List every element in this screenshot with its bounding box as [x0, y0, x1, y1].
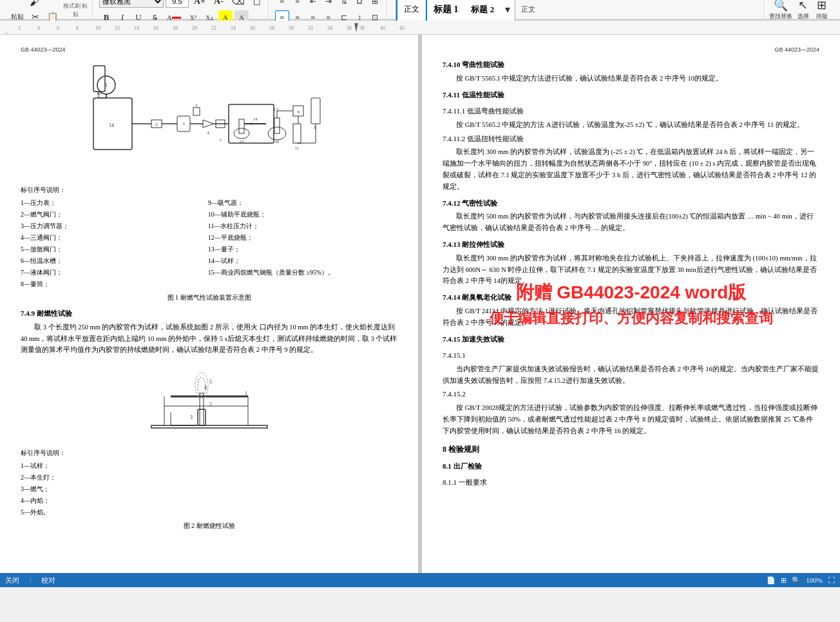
svg-text:26: 26 [250, 25, 255, 31]
legend2: 标引序号说明： 1—试样； 2—本生灯； 3—燃气； 4—内焰； 5—外焰。 [21, 447, 397, 518]
select-icon[interactable]: ↖ [795, 0, 811, 12]
svg-marker-36 [203, 120, 213, 128]
legend1-right-col: 9—吸气器； 10—辅助平底烧瓶； 11—水柱压力计； 12—平底烧瓶； 13—… [208, 197, 389, 290]
legend2-title: 标引序号说明： [21, 447, 397, 459]
sort-btn[interactable]: ⇅ [337, 0, 351, 8]
section-74151-body: 当内胶管生产厂家提供加速失效试验报告时，确认试验结果是否符合表 2 中序号 16… [443, 364, 819, 387]
svg-text:16: 16 [153, 25, 158, 31]
style-normal[interactable]: 正文 [396, 0, 427, 22]
svg-text:10: 10 [95, 25, 100, 31]
table-btn[interactable]: ⊞ [368, 0, 382, 8]
svg-text:14: 14 [253, 117, 258, 122]
find-icon[interactable]: 🔍 [770, 0, 791, 12]
svg-text:4: 4 [204, 385, 207, 391]
font-size-decrease-btn[interactable]: A- [211, 0, 227, 8]
legend1-left-col: 1—压力表； 2—燃气阀门； 3—压力调节器； 4—三通阀门； 5—放散阀门； … [21, 197, 202, 290]
clear-format-btn[interactable]: ⌫ [229, 0, 248, 8]
statusbar-left: 关闭 | 校对 [5, 576, 55, 585]
status-zoom-level: 100% [806, 576, 823, 584]
legend-item: 2—燃气阀门； [21, 209, 202, 220]
layout-icon[interactable]: ⊞ [814, 0, 830, 12]
section-74152-body: 按 GB/T 20028规定的方法进行试验，试验参数为内胶管的拉伸强度、拉断伸长… [443, 402, 819, 437]
format-brush-btn[interactable]: 🖌 [26, 0, 43, 9]
styles-collection-btn[interactable]: 正文 [518, 3, 539, 17]
outdent-btn[interactable]: ⇤ [306, 0, 320, 8]
indent-btn[interactable]: ⇥ [321, 0, 336, 8]
svg-text:24: 24 [231, 25, 236, 31]
svg-text:5: 5 [195, 103, 198, 108]
status-fullscreen-icon[interactable]: ⛶ [828, 576, 835, 584]
section-7412: 7.4.12 气密性试验 取长度约 500 mm 的内胶管作为试样，与内胶管试验… [443, 198, 819, 234]
svg-text:8: 8 [76, 25, 79, 31]
figure1: 14 1 2 3 4 6 [21, 59, 397, 179]
svg-rect-42 [239, 119, 244, 133]
svg-text:12: 12 [115, 25, 120, 31]
list-bullet-btn[interactable]: ≡ [291, 0, 305, 8]
svg-rect-47 [274, 118, 280, 133]
svg-text:10: 10 [274, 139, 280, 144]
right-page-header: GB 44023—2024 [443, 45, 819, 54]
section-7411-title: 7.4.11 低温性能试验 [443, 90, 819, 101]
section-7410: 7.4.10 弯曲性能试验 按 GB/T 5565.1 中规定的方法进行试验，确… [443, 59, 819, 84]
styles-group: 正文 标题 1 标题 2 ▾ 正文 [393, 0, 757, 23]
svg-rect-73 [198, 409, 205, 425]
svg-text:28: 28 [269, 25, 274, 31]
ribbon: 🖌 粘贴 ✂ 📋 格式刷 粘贴 微软雅黑 A+ A- ⌫ ◻ [0, 0, 840, 21]
status-close[interactable]: 关闭 [5, 576, 19, 585]
statusbar: 关闭 | 校对 📄 ⊞ 🔍 100% ⛶ [0, 573, 840, 587]
svg-text:1: 1 [245, 391, 247, 396]
erase-btn[interactable]: ◻ [250, 0, 264, 8]
font-name-select[interactable]: 微软雅黑 [99, 0, 164, 8]
document-area: GB 44023—2024 14 1 2 3 [0, 35, 840, 573]
section-8: 8 检验规则 [443, 443, 819, 456]
svg-text:22: 22 [211, 25, 216, 31]
font-size-increase-btn[interactable]: A+ [191, 0, 209, 8]
right-page: GB 44023—2024 附赠 GB44023-2024 word版 便于编辑… [422, 35, 840, 573]
section-81: 8.1 出厂检验 [443, 461, 819, 472]
section-74111-body: 按 GB/T 5565.2 中规定的方法 A进行试验，试验温度为(-25 ±2)… [443, 119, 819, 131]
figure2-caption: 图 2 耐燃烧性试验 [21, 521, 397, 531]
special-char-btn[interactable]: Ω [352, 0, 367, 8]
section-7414-body: 按 GB/T 24134 中规定的方法 1进行试验，将无内通孔的铝制管塞替代接头… [443, 306, 819, 329]
section-7414-title: 7.4.14 耐臭氧老化试验 [443, 292, 819, 304]
section-749-body: 取 3 个长度约 250 mm 的内胶管作为试样，试验系统如图 2 所示，使用火… [21, 322, 397, 356]
section-7415: 7.4.15 加速失效试验 7.4.15.1 当内胶管生产厂家提供加速失效试验报… [443, 334, 819, 437]
svg-text:14: 14 [109, 122, 114, 128]
svg-text:34: 34 [327, 25, 332, 31]
svg-text:38: 38 [359, 25, 365, 31]
svg-text:4: 4 [207, 130, 209, 135]
style-heading1[interactable]: 标题 1 [427, 0, 465, 22]
legend-item: 2—本生灯； [21, 472, 397, 483]
svg-rect-70 [151, 425, 267, 428]
legend-item: 10—辅助平底烧瓶； [208, 209, 389, 220]
section-74112-body: 取长度约 300 mm 的内胶管作为试样，试验温度为 (-25 ± 2) ℃，在… [443, 146, 819, 192]
legend1: 标引序号说明： 1—压力表； 2—燃气阀门； 3—压力调节器； 4—三通阀门； … [21, 184, 397, 290]
svg-text:6: 6 [57, 25, 59, 31]
legend-item: 5—放散阀门； [21, 244, 202, 255]
section-7412-title: 7.4.12 气密性试验 [443, 198, 819, 209]
svg-text:13: 13 [274, 107, 279, 112]
list-num-btn[interactable]: ≡ [275, 0, 289, 8]
section-7414: 7.4.14 耐臭氧老化试验 按 GB/T 24134 中规定的方法 1进行试验… [443, 292, 819, 328]
svg-rect-56 [93, 66, 105, 92]
status-layout-icon: ⊞ [781, 576, 787, 585]
svg-text:32: 32 [308, 25, 313, 31]
svg-text:7: 7 [219, 138, 222, 143]
svg-text:2: 2 [155, 122, 158, 127]
section-7413: 7.4.13 耐拉伸性试验 取长度约 300 mm 的内胶管作为试样，将其对称地… [443, 239, 819, 287]
styles-dropdown-btn[interactable]: ▾ [501, 3, 515, 17]
right-tools-group: 🔍 查找替换 ↖ 选择 ⊞ 排版 [763, 0, 835, 21]
ruler: 2 4 6 8 10 12 14 16 18 20 22 24 26 28 30… [0, 21, 840, 35]
section-7410-title: 7.4.10 弯曲性能试验 [443, 59, 819, 71]
svg-rect-63 [311, 98, 320, 124]
svg-text:14: 14 [134, 25, 139, 31]
style-heading2[interactable]: 标题 2 [464, 0, 501, 22]
status-proofread[interactable]: 校对 [41, 576, 55, 585]
section-8-title: 8 检验规则 [443, 443, 819, 456]
status-zoom-icon[interactable]: 🔍 [792, 576, 801, 585]
section-7410-body: 按 GB/T 5565.1 中规定的方法进行试验，确认试验结果是否符合表 2 中… [443, 73, 819, 84]
section-7415-title: 7.4.15 加速失效试验 [443, 334, 819, 345]
legend-item: 15—商业丙烷燃气钢瓶（质量分数 ≥95%）。 [208, 267, 389, 278]
font-size-input[interactable] [166, 0, 189, 8]
section-74152-title: 7.4.15.2 [443, 389, 819, 400]
